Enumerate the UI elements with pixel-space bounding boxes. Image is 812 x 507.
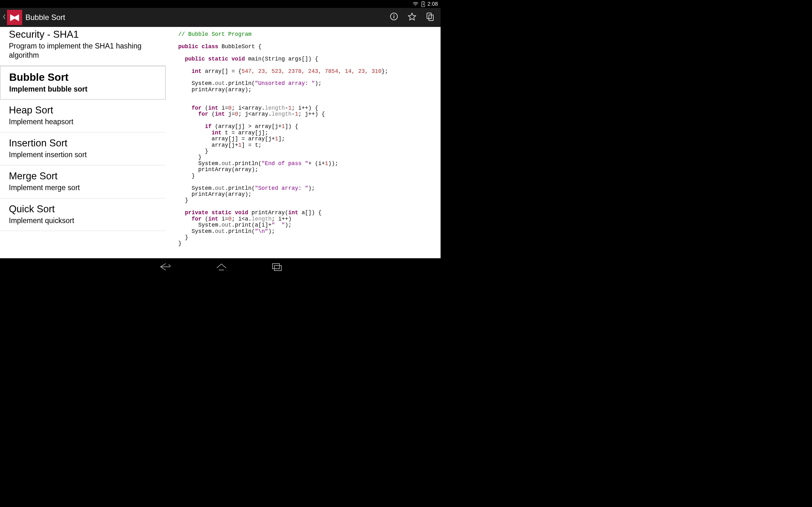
page-title: Bubble Sort <box>26 13 390 22</box>
app-bar: Bubble Sort <box>0 8 441 27</box>
item-desc: Implement heapsort <box>9 117 157 126</box>
list-item-sha1[interactable]: Security - SHA1 Program to implement the… <box>0 27 165 66</box>
list-item-bubble-sort[interactable]: Bubble Sort Implement bubble sort <box>0 66 165 100</box>
nav-home-button[interactable] <box>216 263 227 271</box>
main-content: Security - SHA1 Program to implement the… <box>0 27 441 258</box>
item-desc: Implement insertion sort <box>9 150 157 159</box>
svg-marker-3 <box>422 3 424 6</box>
item-title: Quick Sort <box>9 204 157 215</box>
list-item-insertion-sort[interactable]: Insertion Sort Implement insertion sort <box>0 132 165 165</box>
svg-point-5 <box>393 14 394 15</box>
navigation-bar <box>0 258 441 275</box>
status-bar: 2:08 <box>0 0 441 8</box>
list-item-merge-sort[interactable]: Merge Sort Implement merge sort <box>0 165 165 199</box>
code-pane[interactable]: // Bubble Sort Program public class Bubb… <box>165 27 441 258</box>
item-title: Insertion Sort <box>9 137 157 149</box>
list-item-quick-sort[interactable]: Quick Sort Implement quicksort <box>0 199 165 231</box>
item-desc: Implement quicksort <box>9 216 157 225</box>
svg-rect-12 <box>274 266 281 271</box>
svg-rect-11 <box>272 264 280 269</box>
battery-charging-icon <box>421 1 425 7</box>
source-code: // Bubble Sort Program public class Bubb… <box>178 32 441 247</box>
info-icon[interactable] <box>390 12 398 22</box>
nav-recent-button[interactable] <box>271 263 282 271</box>
svg-marker-7 <box>408 13 416 20</box>
sidebar[interactable]: Security - SHA1 Program to implement the… <box>0 27 165 258</box>
item-title: Heap Sort <box>9 105 157 116</box>
item-desc: Implement merge sort <box>9 183 157 192</box>
wifi-icon <box>412 2 419 7</box>
item-title: Security - SHA1 <box>9 29 157 40</box>
svg-rect-10 <box>219 270 224 270</box>
back-button[interactable] <box>3 13 7 22</box>
app-logo[interactable] <box>7 10 22 25</box>
nav-back-button[interactable] <box>159 263 171 271</box>
svg-rect-6 <box>394 16 394 18</box>
star-icon[interactable] <box>408 12 416 22</box>
item-desc: Program to implement the SHA1 hashing al… <box>9 42 157 60</box>
list-item-heap-sort[interactable]: Heap Sort Implement heapsort <box>0 100 165 132</box>
svg-rect-2 <box>422 1 424 2</box>
copy-icon[interactable] <box>426 12 434 22</box>
svg-point-0 <box>415 5 416 6</box>
status-time: 2:08 <box>427 1 438 7</box>
item-title: Merge Sort <box>9 170 157 182</box>
item-title: Bubble Sort <box>9 71 156 83</box>
item-desc: Implement bubble sort <box>9 84 156 94</box>
